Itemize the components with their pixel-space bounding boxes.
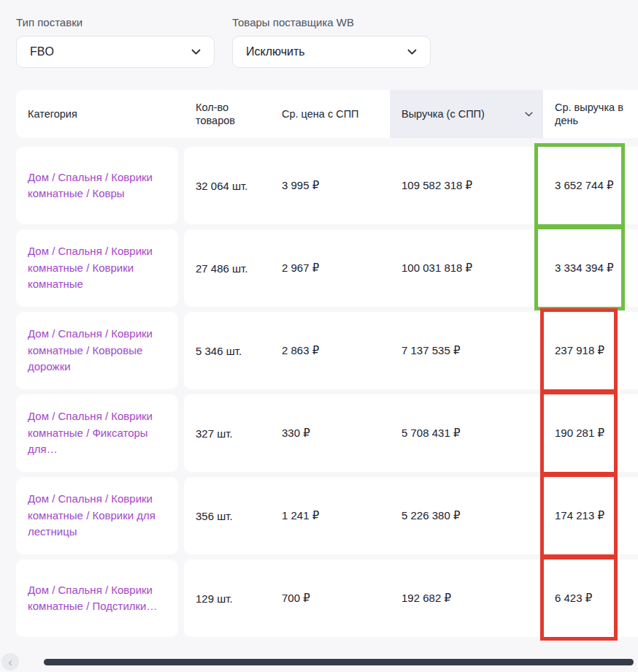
- row-data: 129 шт. 700 ₽ 192 682 ₽ 6 423 ₽: [184, 560, 638, 637]
- category-cell: Дом / Спальня / Коврики комнатные / Ковр…: [16, 477, 178, 554]
- header-revenue-sorted[interactable]: Выручка (с СПП): [390, 90, 543, 138]
- filter-wb-supplier-goods: Товары поставщика WB Исключить: [232, 16, 431, 68]
- category-cell: Дом / Спальня / Коврики комнатные / Ковр…: [16, 229, 178, 307]
- sort-chevron-down-icon: [525, 112, 533, 117]
- chevron-down-icon: [191, 49, 201, 55]
- supply-type-dropdown[interactable]: FBO: [16, 36, 215, 68]
- row-data: 27 486 шт. 2 967 ₽ 100 031 818 ₽ 3 334 3…: [184, 229, 638, 307]
- revenue-cell: 100 031 818 ₽: [390, 229, 543, 307]
- table-header: Категория Кол-во товаров Ср. цена с СПП …: [16, 90, 638, 138]
- row-data: 32 064 шт. 3 995 ₽ 109 582 318 ₽ 3 652 7…: [184, 147, 638, 224]
- table-row: Дом / Спальня / Коврики комнатные / Ковр…: [16, 312, 638, 389]
- table-row: Дом / Спальня / Коврики комнатные / Ковр…: [16, 147, 638, 224]
- count-cell: 356 шт.: [184, 477, 270, 554]
- table-row: Дом / Спальня / Коврики комнатные / Ковр…: [16, 229, 638, 307]
- header-avg-daily-revenue[interactable]: Ср. выручка в день: [543, 90, 638, 138]
- page: Тип поставки FBO Товары поставщика WB Ис…: [0, 0, 638, 637]
- revenue-cell: 5 226 380 ₽: [390, 477, 543, 554]
- count-cell: 129 шт.: [184, 560, 270, 637]
- filter-label: Тип поставки: [16, 16, 215, 28]
- dropdown-value: FBO: [30, 45, 54, 58]
- filter-label: Товары поставщика WB: [232, 16, 431, 28]
- count-cell: 32 064 шт.: [184, 147, 270, 224]
- row-data: 5 346 шт. 2 863 ₽ 7 137 535 ₽ 237 918 ₽: [184, 312, 638, 389]
- category-link[interactable]: Дом / Спальня / Коврики комнатные / Фикс…: [28, 408, 166, 458]
- chevron-down-icon: [407, 49, 417, 55]
- avg-daily-revenue-cell: 6 423 ₽: [543, 560, 638, 637]
- avg-price-cell: 2 967 ₽: [270, 229, 390, 307]
- filter-supply-type: Тип поставки FBO: [16, 16, 215, 68]
- row-data: 356 шт. 1 241 ₽ 5 226 380 ₽ 174 213 ₽: [184, 477, 638, 554]
- avg-daily-revenue-cell: 237 918 ₽: [543, 312, 638, 389]
- avg-price-cell: 330 ₽: [270, 394, 390, 472]
- category-cell: Дом / Спальня / Коврики комнатные / Ковр…: [16, 147, 178, 224]
- avg-daily-revenue-cell: 3 652 744 ₽: [543, 147, 638, 224]
- header-category[interactable]: Категория: [16, 90, 184, 138]
- horizontal-scrollbar[interactable]: [44, 659, 634, 665]
- count-cell: 5 346 шт.: [184, 312, 270, 389]
- avg-price-cell: 2 863 ₽: [270, 312, 390, 389]
- category-link[interactable]: Дом / Спальня / Коврики комнатные / Ковр…: [28, 326, 166, 375]
- revenue-cell: 7 137 535 ₽: [390, 312, 543, 389]
- avg-price-cell: 1 241 ₽: [270, 477, 390, 554]
- revenue-cell: 5 708 431 ₽: [390, 394, 543, 472]
- category-link[interactable]: Дом / Спальня / Коврики комнатные / Ковр…: [28, 169, 166, 202]
- avg-daily-revenue-cell: 3 334 394 ₽: [543, 229, 638, 307]
- avg-daily-revenue-cell: 190 281 ₽: [543, 394, 638, 472]
- category-link[interactable]: Дом / Спальня / Коврики комнатные / Ковр…: [28, 243, 166, 293]
- category-cell: Дом / Спальня / Коврики комнатные / Подс…: [16, 560, 178, 637]
- category-link[interactable]: Дом / Спальня / Коврики комнатные / Ковр…: [28, 491, 166, 541]
- scroll-left-button[interactable]: ‹: [1, 653, 19, 671]
- table-row: Дом / Спальня / Коврики комнатные / Подс…: [16, 560, 638, 637]
- chevron-left-icon: ‹: [8, 656, 12, 668]
- category-link[interactable]: Дом / Спальня / Коврики комнатные / Подс…: [28, 582, 166, 615]
- header-revenue-label: Выручка (с СПП): [401, 107, 485, 121]
- avg-price-cell: 3 995 ₽: [270, 147, 390, 224]
- table-row: Дом / Спальня / Коврики комнатные / Ковр…: [16, 477, 638, 554]
- count-cell: 27 486 шт.: [184, 229, 270, 307]
- categories-table: Категория Кол-во товаров Ср. цена с СПП …: [16, 90, 638, 637]
- count-cell: 327 шт.: [184, 394, 270, 472]
- header-count[interactable]: Кол-во товаров: [184, 90, 270, 138]
- dropdown-value: Исключить: [246, 45, 305, 58]
- table-row: Дом / Спальня / Коврики комнатные / Фикс…: [16, 394, 638, 472]
- avg-price-cell: 700 ₽: [270, 560, 390, 637]
- header-avg-price[interactable]: Ср. цена с СПП: [270, 90, 390, 138]
- filters-bar: Тип поставки FBO Товары поставщика WB Ис…: [16, 16, 638, 68]
- revenue-cell: 109 582 318 ₽: [390, 147, 543, 224]
- wb-supplier-goods-dropdown[interactable]: Исключить: [232, 36, 431, 68]
- category-cell: Дом / Спальня / Коврики комнатные / Фикс…: [16, 394, 178, 472]
- revenue-cell: 192 682 ₽: [390, 560, 543, 637]
- row-data: 327 шт. 330 ₽ 5 708 431 ₽ 190 281 ₽: [184, 394, 638, 472]
- avg-daily-revenue-cell: 174 213 ₽: [543, 477, 638, 554]
- category-cell: Дом / Спальня / Коврики комнатные / Ковр…: [16, 312, 178, 389]
